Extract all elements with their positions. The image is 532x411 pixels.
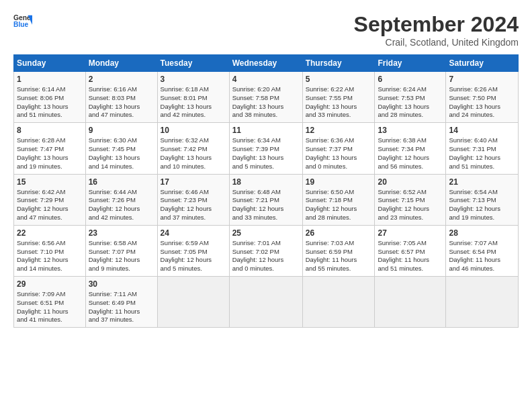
col-saturday: Saturday — [446, 55, 519, 72]
table-row — [302, 277, 375, 328]
day-number: 23 — [89, 228, 154, 238]
table-row: 20Sunrise: 6:52 AM Sunset: 7:15 PM Dayli… — [375, 174, 446, 225]
col-monday: Monday — [85, 55, 157, 72]
calendar-week-3: 22Sunrise: 6:56 AM Sunset: 7:10 PM Dayli… — [14, 225, 519, 276]
table-row: 11Sunrise: 6:34 AM Sunset: 7:39 PM Dayli… — [229, 123, 302, 174]
day-info: Sunrise: 7:09 AM Sunset: 6:51 PM Dayligh… — [17, 290, 83, 324]
col-sunday: Sunday — [14, 55, 86, 72]
day-info: Sunrise: 7:03 AM Sunset: 6:59 PM Dayligh… — [306, 239, 372, 273]
day-number: 22 — [17, 228, 83, 238]
table-row: 8Sunrise: 6:28 AM Sunset: 7:47 PM Daylig… — [14, 123, 86, 174]
calendar-header-row: Sunday Monday Tuesday Wednesday Thursday… — [14, 55, 519, 72]
table-row: 6Sunrise: 6:24 AM Sunset: 7:53 PM Daylig… — [375, 72, 446, 123]
day-info: Sunrise: 6:38 AM Sunset: 7:34 PM Dayligh… — [378, 136, 443, 171]
day-number: 26 — [306, 228, 372, 238]
table-row — [229, 277, 302, 328]
day-number: 3 — [161, 75, 226, 84]
header-area: General Blue September 2024 Crail, Scotl… — [13, 12, 519, 48]
day-number: 1 — [17, 75, 83, 84]
col-friday: Friday — [375, 55, 446, 72]
day-info: Sunrise: 6:59 AM Sunset: 7:05 PM Dayligh… — [161, 239, 226, 273]
day-info: Sunrise: 6:18 AM Sunset: 8:01 PM Dayligh… — [161, 85, 226, 120]
calendar-week-1: 8Sunrise: 6:28 AM Sunset: 7:47 PM Daylig… — [14, 123, 519, 174]
table-row: 27Sunrise: 7:05 AM Sunset: 6:57 PM Dayli… — [375, 225, 446, 276]
table-row: 21Sunrise: 6:54 AM Sunset: 7:13 PM Dayli… — [446, 174, 519, 225]
table-row: 18Sunrise: 6:48 AM Sunset: 7:21 PM Dayli… — [229, 174, 302, 225]
logo: General Blue — [13, 12, 32, 31]
day-info: Sunrise: 6:30 AM Sunset: 7:45 PM Dayligh… — [89, 136, 154, 171]
main-title: September 2024 — [354, 12, 519, 37]
day-number: 30 — [89, 279, 154, 289]
day-info: Sunrise: 6:22 AM Sunset: 7:55 PM Dayligh… — [306, 85, 372, 120]
day-info: Sunrise: 6:34 AM Sunset: 7:39 PM Dayligh… — [232, 136, 300, 171]
day-number: 11 — [232, 126, 300, 135]
table-row: 3Sunrise: 6:18 AM Sunset: 8:01 PM Daylig… — [157, 72, 229, 123]
page: General Blue September 2024 Crail, Scotl… — [0, 0, 532, 411]
day-number: 4 — [232, 75, 300, 84]
day-number: 25 — [232, 228, 300, 238]
table-row: 19Sunrise: 6:50 AM Sunset: 7:18 PM Dayli… — [302, 174, 375, 225]
day-number: 29 — [17, 279, 83, 289]
table-row: 15Sunrise: 6:42 AM Sunset: 7:29 PM Dayli… — [14, 174, 86, 225]
day-info: Sunrise: 6:46 AM Sunset: 7:23 PM Dayligh… — [161, 188, 226, 222]
col-thursday: Thursday — [302, 55, 375, 72]
day-info: Sunrise: 6:16 AM Sunset: 8:03 PM Dayligh… — [89, 85, 154, 120]
day-info: Sunrise: 6:26 AM Sunset: 7:50 PM Dayligh… — [449, 85, 515, 120]
day-info: Sunrise: 6:52 AM Sunset: 7:15 PM Dayligh… — [378, 188, 443, 222]
table-row: 26Sunrise: 7:03 AM Sunset: 6:59 PM Dayli… — [302, 225, 375, 276]
table-row: 9Sunrise: 6:30 AM Sunset: 7:45 PM Daylig… — [85, 123, 157, 174]
logo-icon: General Blue — [13, 12, 32, 31]
day-info: Sunrise: 7:07 AM Sunset: 6:54 PM Dayligh… — [449, 239, 515, 273]
day-info: Sunrise: 7:11 AM Sunset: 6:49 PM Dayligh… — [89, 290, 154, 324]
day-info: Sunrise: 7:01 AM Sunset: 7:02 PM Dayligh… — [232, 239, 300, 273]
table-row: 5Sunrise: 6:22 AM Sunset: 7:55 PM Daylig… — [302, 72, 375, 123]
day-number: 15 — [17, 177, 83, 187]
day-info: Sunrise: 6:54 AM Sunset: 7:13 PM Dayligh… — [449, 188, 515, 222]
title-block: September 2024 Crail, Scotland, United K… — [354, 12, 519, 48]
subtitle: Crail, Scotland, United Kingdom — [354, 37, 519, 48]
table-row: 14Sunrise: 6:40 AM Sunset: 7:31 PM Dayli… — [446, 123, 519, 174]
table-row: 23Sunrise: 6:58 AM Sunset: 7:07 PM Dayli… — [85, 225, 157, 276]
day-number: 9 — [89, 126, 154, 135]
table-row: 17Sunrise: 6:46 AM Sunset: 7:23 PM Dayli… — [157, 174, 229, 225]
day-info: Sunrise: 6:24 AM Sunset: 7:53 PM Dayligh… — [378, 85, 443, 120]
table-row: 12Sunrise: 6:36 AM Sunset: 7:37 PM Dayli… — [302, 123, 375, 174]
table-row — [375, 277, 446, 328]
day-number: 24 — [161, 228, 226, 238]
day-number: 19 — [306, 177, 372, 187]
day-number: 16 — [89, 177, 154, 187]
table-row: 22Sunrise: 6:56 AM Sunset: 7:10 PM Dayli… — [14, 225, 86, 276]
day-number: 17 — [161, 177, 226, 187]
day-info: Sunrise: 6:32 AM Sunset: 7:42 PM Dayligh… — [161, 136, 226, 171]
day-info: Sunrise: 6:48 AM Sunset: 7:21 PM Dayligh… — [232, 188, 300, 222]
table-row: 4Sunrise: 6:20 AM Sunset: 7:58 PM Daylig… — [229, 72, 302, 123]
day-info: Sunrise: 6:44 AM Sunset: 7:26 PM Dayligh… — [89, 188, 154, 222]
table-row — [446, 277, 519, 328]
col-tuesday: Tuesday — [157, 55, 229, 72]
day-info: Sunrise: 6:40 AM Sunset: 7:31 PM Dayligh… — [449, 136, 515, 171]
day-number: 6 — [378, 75, 443, 84]
day-number: 8 — [17, 126, 83, 135]
day-info: Sunrise: 6:56 AM Sunset: 7:10 PM Dayligh… — [17, 239, 83, 273]
day-number: 12 — [306, 126, 372, 135]
table-row — [157, 277, 229, 328]
day-number: 14 — [449, 126, 515, 135]
day-info: Sunrise: 6:36 AM Sunset: 7:37 PM Dayligh… — [306, 136, 372, 171]
day-info: Sunrise: 6:14 AM Sunset: 8:06 PM Dayligh… — [17, 85, 83, 120]
day-info: Sunrise: 6:42 AM Sunset: 7:29 PM Dayligh… — [17, 188, 83, 222]
svg-text:Blue: Blue — [13, 21, 29, 28]
day-info: Sunrise: 6:20 AM Sunset: 7:58 PM Dayligh… — [232, 85, 300, 120]
table-row: 28Sunrise: 7:07 AM Sunset: 6:54 PM Dayli… — [446, 225, 519, 276]
day-number: 27 — [378, 228, 443, 238]
calendar-week-0: 1Sunrise: 6:14 AM Sunset: 8:06 PM Daylig… — [14, 72, 519, 123]
table-row: 13Sunrise: 6:38 AM Sunset: 7:34 PM Dayli… — [375, 123, 446, 174]
table-row: 16Sunrise: 6:44 AM Sunset: 7:26 PM Dayli… — [85, 174, 157, 225]
table-row: 24Sunrise: 6:59 AM Sunset: 7:05 PM Dayli… — [157, 225, 229, 276]
day-number: 7 — [449, 75, 515, 84]
day-number: 5 — [306, 75, 372, 84]
table-row: 25Sunrise: 7:01 AM Sunset: 7:02 PM Dayli… — [229, 225, 302, 276]
day-number: 10 — [161, 126, 226, 135]
day-number: 28 — [449, 228, 515, 238]
day-number: 2 — [89, 75, 154, 84]
calendar-week-2: 15Sunrise: 6:42 AM Sunset: 7:29 PM Dayli… — [14, 174, 519, 225]
